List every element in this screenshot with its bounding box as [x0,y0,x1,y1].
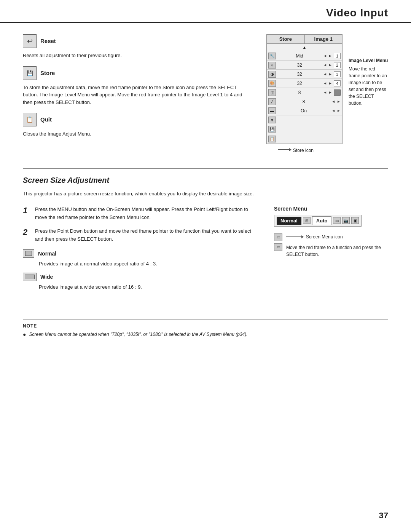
screen-menu-label: Screen Menu [274,206,388,212]
row-icon-8: ▼ [268,117,276,123]
store-icon-label: Store icon [293,148,314,153]
store-item: 💾 Store [23,66,251,80]
normal-desc: Provides image at a normal video aspect … [39,260,259,268]
sm-icon-expand: ⊞ [303,217,311,224]
sm-icon-screen2: 📷 [342,217,350,224]
store-label: Store [40,66,55,80]
row-icon-quit: 📋 [268,136,276,142]
note-text-italic: Screen Menu cannot be operated when "720… [29,332,247,337]
panel-row-6: ╱ 8 ◄ ► [267,97,342,106]
step-text-1: Press the MENU button and the On-Screen … [35,206,259,222]
section-divider [23,168,388,169]
step-2: 2 Press the Point Down button and move t… [23,227,259,243]
row-label-5: 8 [277,90,322,95]
num-badge-1: 1 [334,53,341,59]
num-badge-4: 4 [334,80,341,86]
wide-icon [23,273,37,281]
row-label-2: 32 [277,62,322,68]
panel-row-1: 🔧 Mid ◄ ► 1 [267,51,342,61]
reset-desc: Resets all adjustment to their previous … [23,52,251,59]
num-badge-5 [334,89,341,96]
step-1: 1 Press the MENU button and the On-Scree… [23,206,259,222]
top-section: ↩ Reset Resets all adjustment to their p… [23,34,388,153]
wide-item: Wide [23,273,259,281]
row-label-1: Mid [277,53,322,59]
step-num-2: 2 [23,227,30,237]
quit-label: Quit [40,113,52,126]
screen-menu-panel: Normal ⊞ Auto ▭ 📷 ▣ [274,215,362,227]
panel-row-10: 📋 [267,134,342,144]
screen-size-section: Screen Size Adjustment This projector ha… [23,176,388,296]
normal-item: Normal [23,249,259,258]
sm-icon-screen1: ▭ [333,217,341,224]
num-badge-2: 2 [334,62,341,68]
step-num-1: 1 [23,206,30,216]
row-icon-1: 🔧 [268,53,276,59]
num-badge-3: 3 [334,71,341,77]
row-icon-2: ☼ [268,62,276,69]
sm-auto-item: Auto [312,216,332,225]
sm-small-icon-1: ▭ [274,233,282,241]
annotation-text: Move the red frame pointer to an image i… [349,66,388,107]
row-icon-5: ◫ [268,89,276,96]
note-bullet: ● [23,331,26,339]
panel-row-2: ☼ 32 ◄ ► 2 [267,61,342,70]
note-title: NOTE [23,323,388,329]
row-icon-6: ╱ [268,98,276,105]
row-icon-3: ◑ [268,71,276,78]
reset-item: ↩ Reset [23,34,251,48]
page-header: Video Input [0,0,411,23]
sm-icon-screen3: ▣ [351,217,359,224]
quit-icon: 📋 [23,113,37,126]
panel-row-7: ▬ On ◄ ► [267,106,342,115]
panel-row-4: 🎨 32 ◄ ► 4 [267,79,342,88]
screen-size-left: 1 Press the MENU button and the On-Scree… [23,206,259,296]
reset-label: Reset [40,34,56,48]
sm-small-icon-2: ▭ [274,243,282,251]
step-text-2: Press the Point Down button and move the… [35,227,259,243]
normal-label: Normal [38,251,56,257]
image-level-area: Store Image 1 ▲ 🔧 Mid ◄ ► 1 [266,34,388,153]
row-icon-store: 💾 [268,126,276,133]
row-icon-4: 🎨 [268,80,276,87]
row-icon-7: ▬ [268,107,276,114]
note-section: NOTE ● Screen Menu cannot be operated wh… [23,319,388,339]
store-icon: 💾 [23,66,37,80]
page-number: 37 [379,511,388,521]
image-level-annotation: Image Level Menu Move the red frame poin… [349,34,388,107]
annotation-title: Image Level Menu [349,57,388,64]
panel-row-8: ▼ [267,115,342,125]
note-item: ● Screen Menu cannot be operated when "7… [23,331,388,339]
screen-menu-annotation: Move the red frame to a function and pre… [286,244,388,258]
quit-desc: Closes the Image Adjust Menu. [23,130,251,138]
row-label-4: 32 [277,81,322,86]
panel-row-3: ◑ 32 ◄ ► 3 [267,70,342,79]
panel-row-5: ◫ 8 ◄ ► [267,88,342,97]
panel-header-store: Store [267,35,305,43]
sm-normal-item: Normal [277,217,301,225]
screen-menu-icon-label: Screen Menu icon [306,233,343,240]
note-text: Screen Menu cannot be operated when "720… [29,331,247,338]
reset-icon: ↩ [23,34,37,48]
panel-up-arrow: ▲ [267,44,342,51]
wide-label: Wide [40,274,53,280]
section-title: Screen Size Adjustment [23,176,388,185]
panel-header: Store Image 1 [267,35,342,44]
normal-icon [23,249,34,258]
screen-menu-arrow [286,235,304,238]
store-icon-annotation: Store icon [278,146,342,153]
quit-item: 📋 Quit [23,113,251,126]
section-intro: This projector has a picture screen resi… [23,190,388,198]
panel-row-9: 💾 [267,125,342,134]
row-label-7: On [277,108,330,113]
row-label-6: 8 [277,99,330,104]
wide-desc: Provides image at a wide screen ratio of… [39,283,259,291]
screen-size-body: 1 Press the MENU button and the On-Scree… [23,206,388,296]
panel-header-image: Image 1 [305,35,342,43]
page-title: Video Input [23,7,388,19]
screen-size-right: Screen Menu Normal ⊞ Auto ▭ 📷 ▣ ▭ ▭ [274,206,388,296]
top-left: ↩ Reset Resets all adjustment to their p… [23,34,251,153]
screen-menu-row2: ▭ ▭ Screen Menu icon Move the red frame … [274,232,388,258]
store-desc: To store the adjustment data, move the r… [23,84,251,106]
image-level-panel: Store Image 1 ▲ 🔧 Mid ◄ ► 1 [266,34,342,153]
